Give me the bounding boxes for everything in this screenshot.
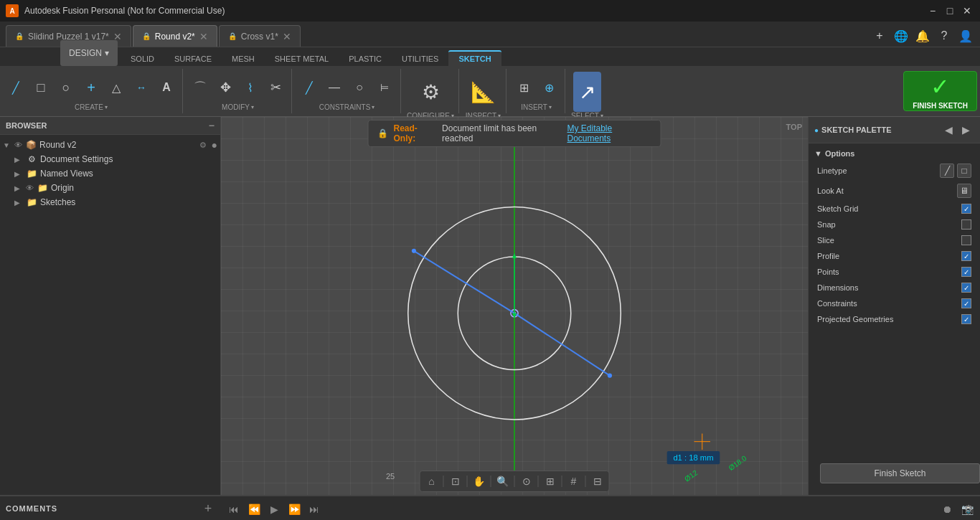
dimensions-checkbox[interactable]: ✓ [961, 283, 971, 293]
ribbon-tab-sketch[interactable]: SKETCH [448, 50, 501, 66]
browser-title: BROWSER [6, 121, 47, 130]
insert-label[interactable]: INSERT ▾ [521, 103, 552, 113]
configure-button[interactable]: ⚙ [416, 72, 446, 112]
item-label: Named Views [40, 169, 217, 179]
modify-fillet-button[interactable]: ⌒ [189, 77, 212, 98]
ribbon-tab-surface[interactable]: SURFACE [164, 52, 222, 66]
tree-item-named-views[interactable]: ▶ 📁 Named Views [0, 166, 220, 181]
projected-geo-checkbox[interactable]: ✓ [961, 314, 971, 324]
slice-checkbox[interactable] [961, 235, 971, 245]
canvas-fit-button[interactable]: ⊡ [447, 473, 464, 490]
maximize-button[interactable]: □ [943, 4, 957, 18]
tree-item-sketches[interactable]: ▶ 📁 Sketches [0, 195, 220, 209]
linetype-btn1[interactable]: ╱ [940, 164, 954, 178]
palette-collapse-button[interactable]: ◀ [940, 121, 957, 138]
play-end-button[interactable]: ⏭ [307, 502, 321, 516]
snap-checkbox[interactable] [961, 219, 971, 230]
dimensions-label: Dimensions [817, 283, 961, 292]
comments-add-button[interactable]: + [201, 501, 215, 516]
canvas-zoom-button[interactable]: 🔍 [494, 473, 512, 490]
editable-documents-link[interactable]: My Editable Documents [567, 123, 652, 143]
modify-trim-button[interactable]: ✂ [264, 77, 287, 98]
tree-item-round-v2[interactable]: ▼ 👁 📦 Round v2 ⚙ ● [0, 138, 220, 152]
select-icon: ↗ [579, 80, 595, 104]
eye-icon[interactable]: 👁 [14, 141, 22, 149]
add-tab-button[interactable]: + [871, 27, 888, 44]
canvas-home-button[interactable]: ⌂ [423, 473, 440, 490]
tab-lock-icon: 🔒 [142, 32, 151, 40]
constraint-2-icon: — [326, 79, 343, 96]
constraint-1-button[interactable]: ╱ [298, 77, 321, 98]
dimension-icon: ↔ [133, 79, 150, 96]
canvas-display-button[interactable]: ⊞ [542, 473, 559, 490]
modify-label[interactable]: MODIFY ▾ [222, 103, 254, 113]
canvas-pan-button[interactable]: ✋ [471, 473, 488, 490]
tab-round[interactable]: 🔒 Round v2* ✕ [133, 25, 217, 47]
tab-close-icon[interactable]: ✕ [199, 31, 208, 42]
tree-item-doc-settings[interactable]: ▶ ⚙ Document Settings [0, 152, 220, 166]
create-label[interactable]: CREATE ▾ [75, 103, 108, 113]
palette-options-header[interactable]: ▼ Options [809, 146, 980, 161]
profile-label: Profile [817, 252, 961, 260]
play-prev-button[interactable]: ⏪ [247, 502, 261, 516]
bottom-bar: COMMENTS + ⏮ ⏪ ▶ ⏩ ⏭ ⏺ 📷 ⚙ [0, 495, 980, 520]
minimize-button[interactable]: − [925, 4, 940, 18]
lookat-btn[interactable]: 🖥 [957, 184, 971, 198]
linetype-btn2[interactable]: □ [957, 164, 971, 178]
modify-move-button[interactable]: ✥ [214, 77, 237, 98]
ribbon-tab-sheetmetal[interactable]: SHEET METAL [265, 52, 339, 66]
insert-2-button[interactable]: ⊕ [537, 77, 560, 98]
create-point-button[interactable]: + [80, 77, 103, 98]
constraints-checkbox[interactable]: ✓ [961, 298, 971, 308]
play-next-button[interactable]: ⏩ [287, 502, 301, 516]
configure-items: ⚙ [416, 69, 446, 112]
insert-items: ⊞ ⊕ [512, 69, 560, 103]
finish-sketch-ribbon-button[interactable]: ✓ FINISH SKETCH [903, 71, 977, 111]
finish-sketch-palette-button[interactable]: Finish Sketch [820, 463, 980, 483]
settings-gear-button[interactable]: ⚙ [960, 500, 977, 517]
play-start-button[interactable]: ⏮ [227, 502, 241, 516]
constraints-label[interactable]: CONSTRAINTS ▾ [319, 103, 375, 113]
palette-expand-button[interactable]: ▶ [957, 121, 974, 138]
tree-item-origin[interactable]: ▶ 👁 📁 Origin [0, 181, 220, 195]
canvas-viewport[interactable]: 🔒 Read-Only: Document limit has been rea… [221, 117, 808, 495]
profile-checkbox[interactable]: ✓ [961, 251, 971, 261]
constraint-3-button[interactable]: ○ [348, 77, 371, 98]
record-button[interactable]: ⏺ [940, 502, 954, 516]
readonly-bar: 🔒 Read-Only: Document limit has been rea… [368, 120, 661, 147]
constraint-2-button[interactable]: — [323, 77, 346, 98]
design-menu-button[interactable]: DESIGN ▾ [60, 40, 118, 66]
constraint-1-icon: ╱ [301, 79, 318, 96]
user-button[interactable]: 👤 [957, 27, 974, 44]
globe-button[interactable]: 🌐 [892, 27, 910, 44]
sketch-grid-checkbox[interactable]: ✓ [961, 204, 971, 214]
canvas-more-button[interactable]: ⊟ [589, 473, 606, 490]
browser-collapse-icon[interactable]: − [209, 120, 215, 131]
tab-close-icon[interactable]: ✕ [283, 31, 291, 42]
create-triangle-button[interactable]: △ [105, 77, 128, 98]
create-dimension-button[interactable]: ↔ [130, 77, 153, 98]
ribbon-tab-mesh[interactable]: MESH [222, 52, 265, 66]
inspect-button[interactable]: 📐 [465, 72, 501, 112]
create-text-button[interactable]: A [155, 77, 178, 98]
eye-icon[interactable]: 👁 [26, 184, 34, 192]
ribbon-tab-plastic[interactable]: PLASTIC [339, 52, 392, 66]
play-button[interactable]: ▶ [267, 502, 281, 516]
create-rect-button[interactable]: □ [29, 77, 52, 98]
create-line-button[interactable]: ╱ [4, 77, 27, 98]
notification-button[interactable]: 🔔 [914, 27, 931, 44]
constraint-4-button[interactable]: ⊨ [373, 77, 396, 98]
canvas-orbit-button[interactable]: ⊙ [518, 473, 535, 490]
modify-offset-button[interactable]: ⌇ [239, 77, 262, 98]
select-button[interactable]: ↗ [573, 72, 601, 112]
ribbon-tab-solid[interactable]: SOLID [121, 52, 164, 66]
help-button[interactable]: ? [936, 27, 953, 44]
close-button[interactable]: ✕ [960, 4, 974, 18]
create-circle-button[interactable]: ○ [55, 77, 77, 98]
points-checkbox[interactable]: ✓ [961, 267, 971, 277]
tab-cross[interactable]: 🔒 Cross v1* ✕ [219, 25, 301, 47]
ribbon-tab-utilities[interactable]: UTILITIES [392, 52, 448, 66]
insert-1-button[interactable]: ⊞ [512, 77, 535, 98]
canvas-grid-button[interactable]: # [565, 473, 583, 490]
options-label: Options [825, 149, 855, 158]
